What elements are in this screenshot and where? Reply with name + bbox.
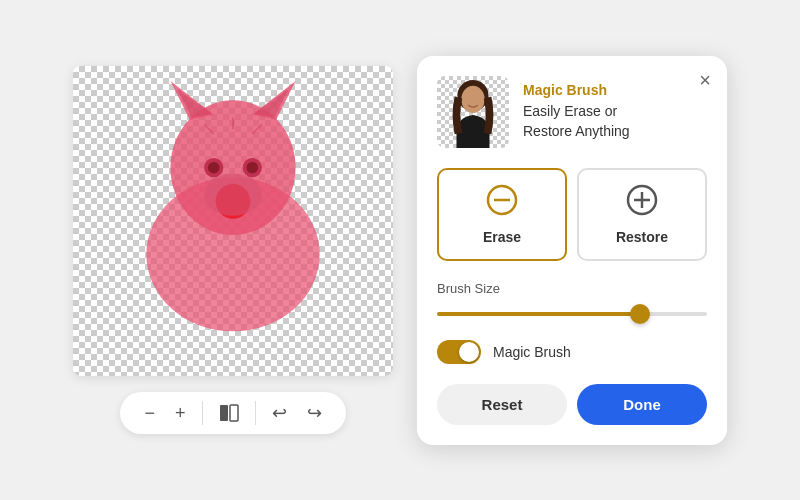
- svg-rect-16: [230, 405, 238, 421]
- svg-point-18: [461, 85, 484, 112]
- brush-size-label: Brush Size: [437, 281, 707, 296]
- toolbar: − + ↩ ↪: [120, 392, 345, 434]
- restore-mode-button[interactable]: Restore: [577, 168, 707, 261]
- erase-mode-button[interactable]: Erase: [437, 168, 567, 261]
- reset-button[interactable]: Reset: [437, 384, 567, 425]
- person-silhouette: [448, 80, 498, 148]
- close-button[interactable]: ×: [699, 70, 711, 90]
- brush-slider-container[interactable]: [437, 304, 707, 324]
- svg-point-14: [204, 173, 262, 215]
- scene: − + ↩ ↪ ×: [53, 36, 747, 465]
- toolbar-divider-1: [202, 401, 203, 425]
- dialog-title: Magic Brush: [523, 82, 630, 98]
- mode-buttons: Erase Restore: [437, 168, 707, 261]
- erase-icon: [486, 184, 518, 221]
- action-buttons: Reset Done: [437, 384, 707, 425]
- dialog-info: Magic Brush Easily Erase or Restore Anyt…: [523, 82, 630, 141]
- zoom-in-button[interactable]: +: [171, 401, 190, 426]
- canvas-area: [73, 66, 393, 376]
- svg-rect-15: [220, 405, 228, 421]
- svg-point-9: [246, 162, 258, 174]
- magic-brush-dialog: × M: [417, 56, 727, 445]
- restore-icon: [626, 184, 658, 221]
- svg-point-8: [208, 162, 220, 174]
- magic-brush-row: Magic Brush: [437, 340, 707, 364]
- preview-thumbnail: [437, 76, 509, 148]
- brush-slider-track: [437, 312, 707, 316]
- erase-label: Erase: [483, 229, 521, 245]
- brush-size-section: Brush Size: [437, 281, 707, 324]
- wolf-image: [113, 81, 353, 341]
- undo-button[interactable]: ↩: [268, 400, 291, 426]
- toggle-knob: [459, 342, 479, 362]
- dialog-subtitle: Easily Erase or Restore Anything: [523, 102, 630, 141]
- toolbar-divider-2: [255, 401, 256, 425]
- magic-brush-toggle[interactable]: [437, 340, 481, 364]
- done-button[interactable]: Done: [577, 384, 707, 425]
- compare-button[interactable]: [215, 401, 243, 425]
- brush-slider-thumb[interactable]: [630, 304, 650, 324]
- zoom-out-button[interactable]: −: [140, 401, 159, 426]
- editor-panel: − + ↩ ↪: [73, 66, 393, 434]
- redo-button[interactable]: ↪: [303, 400, 326, 426]
- restore-label: Restore: [616, 229, 668, 245]
- compare-icon: [219, 403, 239, 423]
- magic-brush-toggle-label: Magic Brush: [493, 344, 571, 360]
- dialog-header: Magic Brush Easily Erase or Restore Anyt…: [437, 76, 707, 148]
